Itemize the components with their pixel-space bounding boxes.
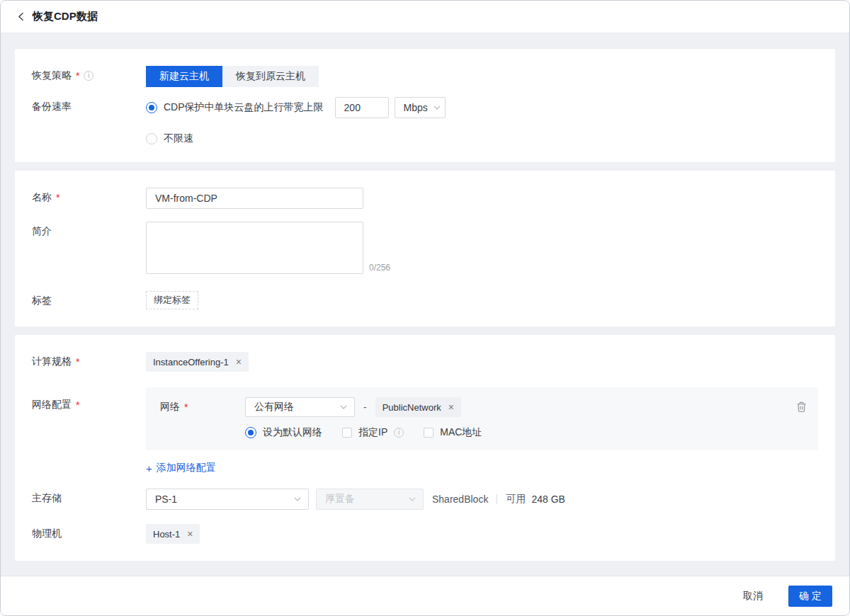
host-row: 物理机 Host-1 × xyxy=(32,524,818,544)
tab-restore-original-vm[interactable]: 恢复到原云主机 xyxy=(222,66,319,87)
backup-rate-field: CDP保护中单块云盘的上行带宽上限 Mbps 不限速 xyxy=(146,97,818,147)
chevron-down-icon xyxy=(409,497,416,501)
checkbox-icon[interactable] xyxy=(424,428,434,438)
description-textarea[interactable] xyxy=(146,222,363,274)
char-counter: 0/256 xyxy=(369,263,390,274)
primary-storage-value: PS-1 xyxy=(155,494,177,505)
default-network-label[interactable]: 设为默认网络 xyxy=(263,426,322,439)
strategy-segmented: 新建云主机 恢复到原云主机 xyxy=(146,66,319,87)
plus-icon: + xyxy=(146,462,152,474)
storage-type: SharedBlock xyxy=(432,494,488,505)
network-select-row: 网络* 公有网络 - PublicNetwork × xyxy=(160,397,807,417)
basic-info-section: 名称* 简介 0/256 标签 绑定标签 xyxy=(15,171,835,326)
bind-tag-button[interactable]: 绑定标签 xyxy=(146,291,198,309)
required-mark: * xyxy=(76,399,79,411)
rate-value-input[interactable] xyxy=(335,97,389,118)
delete-network-button[interactable] xyxy=(796,401,807,413)
offering-label: 计算规格* xyxy=(32,352,146,368)
provision-value: 厚置备 xyxy=(325,493,355,506)
description-label: 简介 xyxy=(32,222,146,238)
network-chip: PublicNetwork × xyxy=(375,397,461,417)
rate-unit-select[interactable]: Mbps xyxy=(395,97,446,118)
mac-label[interactable]: MAC地址 xyxy=(440,426,482,439)
offering-row: 计算规格* InstanceOffering-1 × xyxy=(32,352,818,372)
remove-icon[interactable]: × xyxy=(187,529,193,539)
network-inner-label: 网络* xyxy=(160,401,245,413)
required-mark: * xyxy=(76,356,79,367)
required-mark: * xyxy=(76,70,79,81)
network-type-select[interactable]: 公有网络 xyxy=(245,397,355,417)
host-field: Host-1 × xyxy=(146,524,818,544)
name-label: 名称* xyxy=(32,188,146,204)
host-chip: Host-1 × xyxy=(146,524,200,544)
network-config-field: 网络* 公有网络 - PublicNetwork × xyxy=(146,387,818,474)
provision-select: 厚置备 xyxy=(316,489,424,510)
available-label: 可用 xyxy=(506,493,526,506)
name-input[interactable] xyxy=(146,188,363,209)
offering-chip-label: InstanceOffering-1 xyxy=(153,357,229,367)
offering-field: InstanceOffering-1 × xyxy=(146,352,818,372)
rate-limit-option-row: CDP保护中单块云盘的上行带宽上限 Mbps xyxy=(146,97,818,118)
config-section: 计算规格* InstanceOffering-1 × 网络配置* xyxy=(15,335,835,561)
required-mark: * xyxy=(56,192,60,203)
network-chip-label: PublicNetwork xyxy=(382,402,441,413)
info-icon[interactable]: i xyxy=(84,71,94,81)
tab-new-vm[interactable]: 新建云主机 xyxy=(146,66,222,87)
rate-limit-option-label[interactable]: CDP保护中单块云盘的上行带宽上限 xyxy=(164,101,324,114)
remove-icon[interactable]: × xyxy=(236,357,242,367)
rate-unlimited-option-label[interactable]: 不限速 xyxy=(164,132,193,145)
name-row: 名称* xyxy=(32,188,818,209)
separator-dash: - xyxy=(363,401,367,413)
cancel-button[interactable]: 取消 xyxy=(739,589,767,603)
storage-field: PS-1 厚置备 SharedBlock 可用 248 GB xyxy=(146,489,818,510)
network-config-label: 网络配置* xyxy=(32,387,146,411)
form-body: 恢复策略* i 新建云主机 恢复到原云主机 备份速率 xyxy=(1,33,849,576)
host-label: 物理机 xyxy=(32,524,146,540)
tag-row: 标签 绑定标签 xyxy=(32,291,818,309)
specify-ip-label[interactable]: 指定IP xyxy=(358,426,387,439)
chevron-down-icon xyxy=(340,405,347,409)
description-field: 0/256 xyxy=(146,222,818,274)
name-field xyxy=(146,188,818,209)
tag-label: 标签 xyxy=(32,291,146,307)
host-chip-label: Host-1 xyxy=(153,529,180,540)
specify-ip-checkbox-option[interactable]: 指定IP i xyxy=(342,426,404,439)
restore-cdp-dialog: 恢复CDP数据 恢复策略* i 新建云主机 恢复到原云主机 备份速率 xyxy=(0,0,850,616)
network-config-row: 网络配置* 网络* 公有网络 - xyxy=(32,387,818,474)
radio-unchecked-icon[interactable] xyxy=(146,133,157,144)
default-network-radio-option[interactable]: 设为默认网络 xyxy=(245,426,322,439)
required-mark: * xyxy=(184,401,188,413)
page-header: 恢复CDP数据 xyxy=(1,1,849,33)
rate-unlimited-option-row: 不限速 xyxy=(146,132,818,147)
radio-checked-icon[interactable] xyxy=(245,427,256,438)
backup-rate-label: 备份速率 xyxy=(32,97,146,113)
available-value: 248 GB xyxy=(531,494,565,505)
info-icon[interactable]: i xyxy=(394,428,404,438)
tag-field: 绑定标签 xyxy=(146,291,818,309)
storage-row: 主存储 PS-1 厚置备 SharedBlock 可用 xyxy=(32,489,818,510)
strategy-row: 恢复策略* i 新建云主机 恢复到原云主机 xyxy=(32,66,818,87)
add-network-label: 添加网络配置 xyxy=(157,462,216,474)
storage-label: 主存储 xyxy=(32,489,146,505)
back-button[interactable] xyxy=(18,12,24,21)
dialog-footer: 取消 确 定 xyxy=(1,576,849,615)
backup-rate-row: 备份速率 CDP保护中单块云盘的上行带宽上限 Mbps xyxy=(32,97,818,147)
remove-icon[interactable]: × xyxy=(448,402,454,412)
strategy-field: 新建云主机 恢复到原云主机 xyxy=(146,66,818,87)
checkbox-icon[interactable] xyxy=(342,428,352,438)
chevron-down-icon xyxy=(434,105,441,110)
network-type-value: 公有网络 xyxy=(254,401,294,413)
chevron-left-icon xyxy=(18,12,24,21)
primary-storage-select[interactable]: PS-1 xyxy=(146,489,309,510)
mac-checkbox-option[interactable]: MAC地址 xyxy=(424,426,482,439)
storage-info: SharedBlock 可用 248 GB xyxy=(432,493,565,506)
strategy-section: 恢复策略* i 新建云主机 恢复到原云主机 备份速率 xyxy=(15,49,835,162)
radio-checked-icon[interactable] xyxy=(146,102,157,113)
rate-limit-radio-option[interactable]: CDP保护中单块云盘的上行带宽上限 xyxy=(146,101,324,114)
rate-unlimited-radio-option[interactable]: 不限速 xyxy=(146,132,193,145)
trash-icon xyxy=(796,401,807,413)
divider xyxy=(497,494,497,504)
confirm-button[interactable]: 确 定 xyxy=(788,586,832,607)
add-network-link[interactable]: + 添加网络配置 xyxy=(146,462,216,474)
description-row: 简介 0/256 xyxy=(32,222,818,274)
